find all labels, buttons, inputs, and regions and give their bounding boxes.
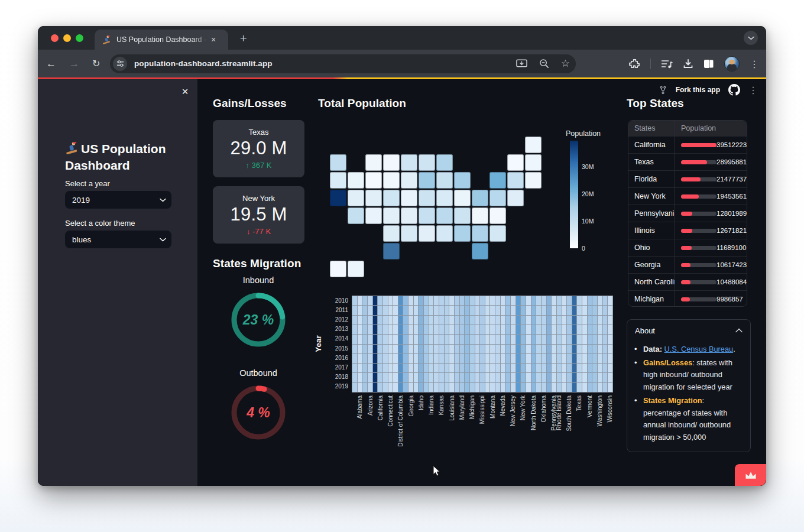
total-population-heading: Total Population bbox=[318, 97, 406, 110]
zoom-window-button[interactable] bbox=[76, 34, 83, 42]
state-tile-IL bbox=[419, 172, 435, 189]
heatmap-cell bbox=[490, 335, 495, 343]
streamlit-badge[interactable] bbox=[735, 464, 766, 486]
heatmap-cell bbox=[567, 345, 572, 353]
heatmap-cell bbox=[536, 383, 541, 392]
about-expander-header[interactable]: About bbox=[627, 320, 750, 341]
playlist-music-icon[interactable] bbox=[661, 59, 673, 69]
heatmap-cell bbox=[470, 364, 475, 372]
state-tile-VA bbox=[436, 207, 453, 224]
site-settings-icon[interactable] bbox=[113, 57, 127, 71]
state-tile-AR bbox=[401, 207, 417, 224]
heatmap-cell bbox=[495, 316, 500, 325]
heatmap-cell bbox=[475, 345, 480, 353]
heatmap-cell bbox=[542, 354, 546, 363]
heatmap-cell bbox=[572, 373, 577, 382]
zoom-out-icon[interactable] bbox=[539, 59, 549, 69]
population-bar bbox=[681, 194, 717, 199]
profile-avatar[interactable] bbox=[724, 56, 740, 72]
heatmap-cell bbox=[362, 373, 367, 382]
browser-tab[interactable]: US Population Dashboard · Streamlit × bbox=[95, 30, 228, 50]
heatmap-cell bbox=[495, 345, 500, 353]
heatmap-cell bbox=[393, 364, 398, 372]
heatmap-cell bbox=[592, 325, 597, 334]
download-icon[interactable] bbox=[683, 59, 693, 69]
heatmap-cell bbox=[419, 325, 423, 334]
heatmap-cell bbox=[567, 325, 572, 334]
table-row: Texas28995881 bbox=[628, 153, 747, 170]
theme-select[interactable]: blues bbox=[65, 231, 171, 248]
side-panel-icon[interactable] bbox=[704, 59, 714, 69]
theme-select-value: blues bbox=[72, 235, 91, 244]
close-window-button[interactable] bbox=[51, 34, 59, 42]
heatmap-cell bbox=[526, 345, 531, 353]
heatmap-cell bbox=[562, 325, 567, 334]
new-tab-button[interactable]: ＋ bbox=[238, 31, 249, 44]
bookmark-star-icon[interactable]: ☆ bbox=[561, 59, 570, 69]
heatmap-cell bbox=[424, 316, 429, 325]
heatmap-cell bbox=[460, 373, 465, 382]
chevron-down-icon bbox=[160, 238, 166, 242]
tab-search-button[interactable] bbox=[744, 31, 758, 45]
heatmap-cell bbox=[547, 296, 552, 305]
heatmap-year-tick: 2017 bbox=[330, 364, 348, 371]
app-menu-icon[interactable]: ⋮ bbox=[748, 85, 758, 96]
address-bar[interactable]: population-dashboard.streamlit.app ☆ bbox=[110, 54, 576, 73]
heatmap-cell bbox=[480, 335, 485, 343]
heatmap-cell bbox=[470, 335, 475, 343]
heatmap-cell bbox=[526, 306, 531, 314]
states-column-header[interactable]: States bbox=[628, 124, 675, 132]
fork-this-app-button[interactable]: Fork this app bbox=[676, 86, 720, 94]
state-tile-CT bbox=[507, 190, 524, 206]
heatmap-cell bbox=[434, 383, 439, 392]
chevron-up-icon bbox=[735, 328, 743, 333]
year-axis-title: Year bbox=[314, 335, 323, 352]
streamlit-favicon-snowboarder-icon bbox=[102, 35, 112, 45]
heatmap-cell bbox=[588, 335, 592, 343]
extensions-puzzle-icon[interactable] bbox=[629, 59, 640, 70]
heatmap-cell bbox=[480, 364, 485, 372]
heatmap-year-tick: 2014 bbox=[330, 335, 348, 342]
heatmap-cell bbox=[352, 383, 357, 392]
browser-menu-icon[interactable]: ⋮ bbox=[750, 59, 759, 70]
heatmap-cell bbox=[352, 325, 357, 334]
heatmap-cell bbox=[521, 325, 526, 334]
heatmap-cell bbox=[582, 383, 587, 392]
state-tile-CA bbox=[330, 190, 346, 206]
heatmap-cell bbox=[577, 316, 582, 325]
heatmap-cell bbox=[362, 335, 367, 343]
url-text: population-dashboard.streamlit.app bbox=[134, 59, 273, 68]
forward-button[interactable]: → bbox=[69, 58, 79, 70]
heatmap-cell bbox=[588, 306, 592, 314]
heatmap-cell bbox=[552, 306, 556, 314]
heatmap-cell bbox=[368, 306, 372, 314]
heatmap-cell bbox=[557, 345, 562, 353]
heatmap-cell bbox=[603, 364, 608, 372]
heatmap-cell bbox=[449, 354, 454, 363]
top-states-heading: Top States bbox=[627, 97, 684, 110]
population-column-header[interactable]: Population bbox=[675, 121, 747, 136]
cast-save-icon[interactable] bbox=[516, 59, 527, 69]
heatmap-cell bbox=[547, 364, 552, 372]
heatmap-cell bbox=[598, 306, 602, 314]
heatmap-cell bbox=[490, 306, 495, 314]
year-select[interactable]: 2019 bbox=[65, 191, 171, 209]
back-button[interactable]: ← bbox=[46, 58, 56, 70]
heatmap-cell bbox=[495, 296, 500, 305]
tab-close-icon[interactable]: × bbox=[211, 35, 216, 44]
state-tile-UT bbox=[365, 190, 382, 206]
minimize-window-button[interactable] bbox=[63, 34, 71, 42]
heatmap-cell bbox=[531, 335, 536, 343]
github-icon[interactable] bbox=[728, 84, 740, 96]
heatmap-cell bbox=[531, 345, 536, 353]
heatmap-cell bbox=[542, 345, 546, 353]
state-name-cell: Texas bbox=[628, 158, 675, 166]
heatmap-cell bbox=[490, 325, 495, 334]
sidebar-close-icon[interactable]: × bbox=[177, 84, 193, 99]
heatmap-cell bbox=[603, 373, 608, 382]
about-bullet: Data: U.S. Census Bureau. bbox=[633, 343, 743, 356]
heatmap-cell bbox=[414, 364, 419, 372]
reload-button[interactable]: ↻ bbox=[92, 58, 100, 69]
census-bureau-link[interactable]: U.S. Census Bureau bbox=[664, 345, 734, 353]
heatmap-cell bbox=[414, 296, 419, 305]
